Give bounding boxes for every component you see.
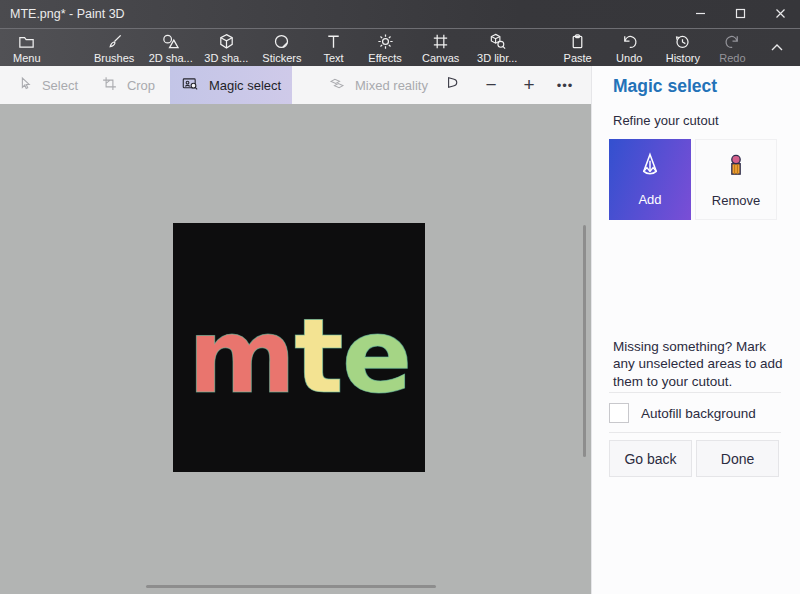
selection-ribbon: Select Crop Magic select Mixed reality <box>0 66 591 104</box>
redo-button[interactable]: Redo <box>711 29 755 66</box>
minimize-icon <box>695 5 706 23</box>
done-button[interactable]: Done <box>696 440 779 477</box>
menu-folder-icon <box>17 32 36 51</box>
2d-shapes-button[interactable]: 2D sha... <box>143 29 199 66</box>
mte-artwork-text: mte <box>188 288 411 408</box>
zoom-out-button[interactable]: − <box>472 66 510 104</box>
effects-button[interactable]: Effects <box>357 29 413 66</box>
pencil-icon <box>637 152 663 185</box>
toolbar-spacer <box>526 29 552 66</box>
remove-button[interactable]: Remove <box>695 139 777 220</box>
window-title: MTE.png* - Paint 3D <box>10 7 125 21</box>
go-back-button[interactable]: Go back <box>609 440 692 477</box>
magic-select-panel: Magic select Refine your cutout Add Remo… <box>591 66 800 594</box>
text-button[interactable]: Text <box>310 29 358 66</box>
panel-title: Magic select <box>613 76 717 97</box>
mixed-reality-button[interactable]: Mixed reality <box>328 66 428 104</box>
paint3d-window: MTE.png* - Paint 3D <box>0 0 800 594</box>
3d-library-button[interactable]: 3D libr... <box>468 29 526 66</box>
title-bar: MTE.png* - Paint 3D <box>0 0 800 28</box>
brush-icon <box>105 32 124 51</box>
minimize-button[interactable] <box>680 0 720 28</box>
perspective-icon <box>443 74 461 96</box>
close-icon <box>775 5 786 23</box>
canvas-button[interactable]: Canvas <box>413 29 469 66</box>
toolbar-spacer <box>54 29 86 66</box>
cursor-icon <box>16 75 33 95</box>
select-tool-button[interactable]: Select <box>8 66 86 104</box>
refine-cutout-label: Refine your cutout <box>613 113 719 128</box>
text-icon <box>324 32 343 51</box>
close-button[interactable] <box>760 0 800 28</box>
panel-actions: Go back Done <box>609 440 779 477</box>
history-clock-icon <box>673 32 692 51</box>
autofill-row: Autofill background <box>609 403 756 423</box>
window-controls <box>680 0 800 28</box>
vertical-scrollbar[interactable] <box>583 225 586 457</box>
perspective-view-button[interactable] <box>432 66 472 104</box>
autofill-checkbox[interactable] <box>609 403 629 423</box>
zoom-in-button[interactable]: + <box>510 66 548 104</box>
sun-icon <box>376 32 395 51</box>
image-canvas[interactable]: mte <box>173 223 425 472</box>
more-options-button[interactable]: ••• <box>548 66 582 104</box>
autofill-label: Autofill background <box>641 406 756 421</box>
brushes-button[interactable]: Brushes <box>85 29 143 66</box>
redo-icon <box>723 32 742 51</box>
undo-icon <box>620 32 639 51</box>
maximize-icon <box>735 5 746 23</box>
magic-select-tool-button[interactable]: Magic select <box>170 66 292 104</box>
history-button[interactable]: History <box>655 29 711 66</box>
chevron-up-icon <box>769 39 785 57</box>
menu-button[interactable]: Menu <box>0 29 54 66</box>
cube-icon <box>217 32 236 51</box>
main-toolbar: Menu Brushes 2D sha... 3D sha... Sticke <box>0 28 800 66</box>
collapse-ribbon-button[interactable] <box>754 29 800 66</box>
mixed-reality-icon <box>328 75 346 95</box>
sticker-icon <box>272 32 291 51</box>
zoom-out-icon: − <box>485 74 496 96</box>
maximize-button[interactable] <box>720 0 760 28</box>
undo-button[interactable]: Undo <box>603 29 655 66</box>
panel-divider <box>609 392 781 393</box>
eraser-icon <box>725 151 747 186</box>
ellipsis-icon: ••• <box>557 78 574 93</box>
canvas-area[interactable]: mte <box>0 104 591 594</box>
crop-tool-button[interactable]: Crop <box>86 66 170 104</box>
canvas-frame-icon <box>431 32 450 51</box>
missing-hint-text: Missing something? Mark any unselected a… <box>613 338 783 390</box>
add-button[interactable]: Add <box>609 139 691 220</box>
cube-search-icon <box>488 32 507 51</box>
crop-icon <box>101 75 118 95</box>
clipboard-icon <box>568 32 587 51</box>
stickers-button[interactable]: Stickers <box>254 29 310 66</box>
zoom-in-icon: + <box>523 74 534 96</box>
paste-button[interactable]: Paste <box>552 29 604 66</box>
2d-shapes-icon <box>161 32 180 51</box>
magic-select-icon <box>181 75 200 95</box>
refine-buttons: Add Remove <box>609 139 777 220</box>
horizontal-scrollbar[interactable] <box>146 585 436 588</box>
panel-divider <box>609 432 781 433</box>
3d-shapes-button[interactable]: 3D sha... <box>199 29 255 66</box>
